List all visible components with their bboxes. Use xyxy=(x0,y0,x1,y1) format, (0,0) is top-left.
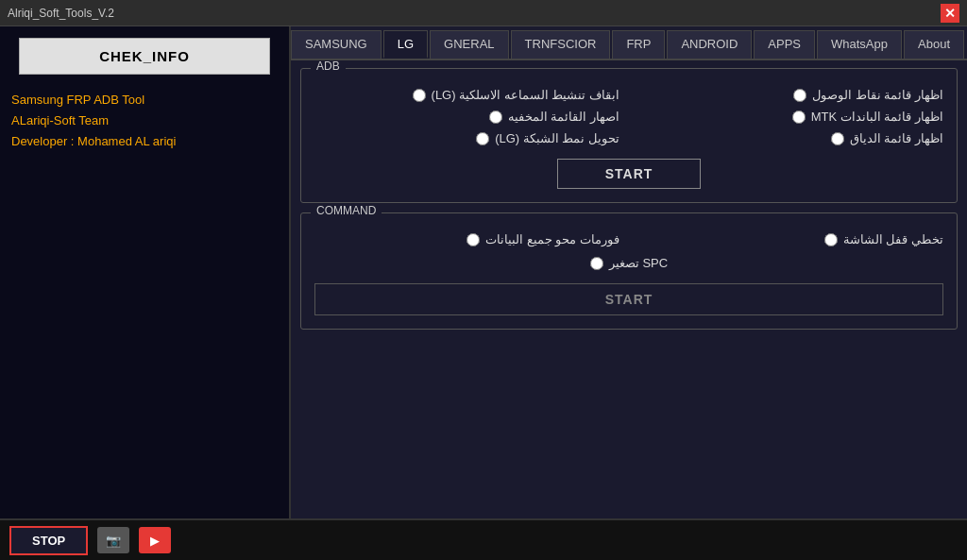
tabs-container: SAMSUNG LG GNERAL TRNFSCIOR FRP ANDROID … xyxy=(291,26,967,60)
left-info: Samsung FRP ADB Tool ALariqi-Soft Team D… xyxy=(0,86,289,156)
adb-radio-right-3[interactable] xyxy=(476,132,489,145)
info-line-1: Samsung FRP ADB Tool xyxy=(11,90,278,110)
cmd-center-row: SPC تصغير xyxy=(314,256,943,270)
command-group: COMMAND تخطي قفل الشاشة فورمات محو جميع … xyxy=(300,212,958,330)
cmd-label-right-1: فورمات محو جميع البيانات xyxy=(485,232,619,246)
tab-samsung[interactable]: SAMSUNG xyxy=(291,30,382,59)
adb-label-right-2: اصهار القائمة المخفيه xyxy=(508,110,619,124)
adb-radio-grid: اظهار قائمة نقاط الوصول ابقاف تنشيط السم… xyxy=(314,88,943,145)
tab-gneral[interactable]: GNERAL xyxy=(430,30,508,59)
info-line-2: ALariqi-Soft Team xyxy=(11,110,278,131)
adb-radio-item-left-1: اظهار قائمة نقاط الوصول xyxy=(638,88,943,102)
tab-lg[interactable]: LG xyxy=(383,30,428,59)
adb-radio-item-left-2: اظهار قائمة الباندات MTK xyxy=(638,110,943,124)
adb-label-right-1: ابقاف تنشيط السماعه الاسلكية (LG) xyxy=(432,88,619,102)
right-panel: SAMSUNG LG GNERAL TRNFSCIOR FRP ANDROID … xyxy=(291,26,967,518)
cmd-label-center: SPC تصغير xyxy=(609,256,668,270)
adb-radio-item-right-2: اصهار القائمة المخفيه xyxy=(314,110,619,124)
cmd-radio-center: SPC تصغير xyxy=(590,256,668,270)
adb-radio-item-left-3: اظهار قائمة الدياق xyxy=(638,131,943,145)
tab-android[interactable]: ANDROID xyxy=(667,30,752,59)
left-panel: CHEK_INFO Samsung FRP ADB Tool ALariqi-S… xyxy=(0,26,291,518)
titlebar: Alriqi_Soft_Tools_V.2 ✕ xyxy=(0,0,967,26)
adb-radio-right-1[interactable] xyxy=(413,89,426,102)
youtube-icon: ▶ xyxy=(150,534,160,548)
cmd-radio-right-1[interactable] xyxy=(467,233,480,246)
stop-button[interactable]: STOP xyxy=(9,526,88,555)
cmd-radio-left-1[interactable] xyxy=(824,233,838,246)
main-container: CHEK_INFO Samsung FRP ADB Tool ALariqi-S… xyxy=(0,26,967,518)
bottom-bar: STOP 📷 ▶ xyxy=(0,518,967,560)
adb-label-left-3: اظهار قائمة الدياق xyxy=(850,131,943,145)
adb-start-container: START xyxy=(314,159,943,189)
cmd-radio-item-left-1: تخطي قفل الشاشة xyxy=(638,232,943,246)
adb-radio-item-right-3: تحويل نمط الشبكة (LG) xyxy=(314,131,619,145)
tab-apps[interactable]: APPS xyxy=(754,30,815,59)
adb-radio-right-2[interactable] xyxy=(489,110,502,124)
titlebar-title: Alriqi_Soft_Tools_V.2 xyxy=(8,7,114,20)
adb-label-right-3: تحويل نمط الشبكة (LG) xyxy=(495,131,619,145)
adb-radio-left-2[interactable] xyxy=(792,110,806,124)
adb-start-button[interactable]: START xyxy=(557,159,702,189)
tab-about[interactable]: About xyxy=(904,30,964,59)
cmd-label-left-1: تخطي قفل الشاشة xyxy=(843,232,943,246)
content-area: ADB اظهار قائمة نقاط الوصول ابقاف تنشيط … xyxy=(291,60,967,518)
camera-icon: 📷 xyxy=(106,534,121,548)
command-radio-grid: تخطي قفل الشاشة فورمات محو جميع البيانات xyxy=(314,232,943,246)
tab-trnfscior[interactable]: TRNFSCIOR xyxy=(511,30,611,59)
command-start-button[interactable]: START xyxy=(314,283,943,315)
adb-group: ADB اظهار قائمة نقاط الوصول ابقاف تنشيط … xyxy=(300,68,958,203)
adb-radio-left-1[interactable] xyxy=(793,89,806,102)
close-button[interactable]: ✕ xyxy=(941,4,959,23)
cmd-radio-center[interactable] xyxy=(590,257,603,270)
tab-frp[interactable]: FRP xyxy=(612,30,665,59)
camera-button[interactable]: 📷 xyxy=(97,527,129,553)
adb-radio-item-right-1: ابقاف تنشيط السماعه الاسلكية (LG) xyxy=(314,88,619,102)
adb-radio-left-3[interactable] xyxy=(831,132,844,145)
info-line-3: Developer : Mohamed AL ariqi xyxy=(11,131,278,152)
adb-group-title: ADB xyxy=(311,60,346,73)
youtube-button[interactable]: ▶ xyxy=(139,527,171,553)
tab-whatsapp[interactable]: WhatsApp xyxy=(817,30,902,59)
chek-info-button[interactable]: CHEK_INFO xyxy=(19,38,270,75)
command-group-title: COMMAND xyxy=(311,204,382,217)
adb-label-left-1: اظهار قائمة نقاط الوصول xyxy=(812,88,943,102)
cmd-radio-item-right-1: فورمات محو جميع البيانات xyxy=(314,232,619,246)
adb-label-left-2: اظهار قائمة الباندات MTK xyxy=(811,110,943,124)
